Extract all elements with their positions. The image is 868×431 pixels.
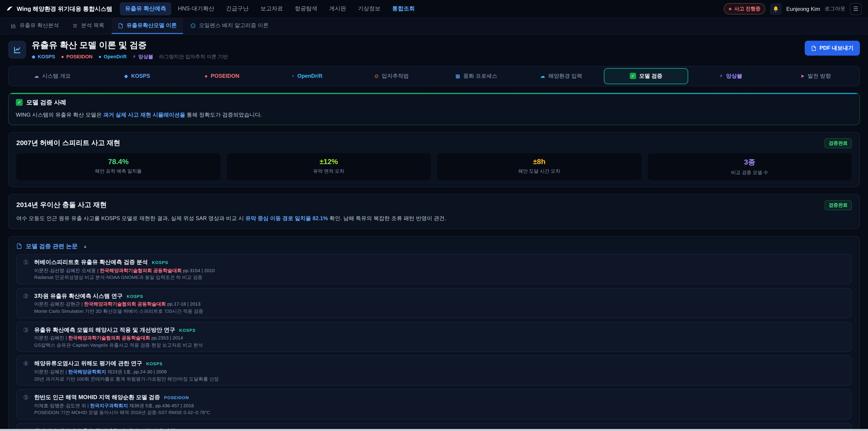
paper-row[interactable]: ① 허베이스피리트호 유출유 확산예측 검증 분석KOSPS 이문진·김선영·김… <box>16 254 852 284</box>
callout-title: 모델 검증 사례 <box>26 98 66 107</box>
validation-callout: ✓ 모델 검증 사례 WING 시스템의 유출유 확산 모델은 과거 실제 사고… <box>8 93 860 125</box>
venue-link[interactable]: 한국해양과학기술협의회 공동학술대회 <box>68 335 150 340</box>
stat-arrival-time-error: ±8h 해안 도달 시간 오차 <box>437 153 641 180</box>
page-subtitle: 라그랑지안 입자추적 이론 기반 <box>159 53 228 60</box>
check-icon: ✓ <box>630 73 636 79</box>
opendrift-badge: ● OpenDrift <box>98 54 127 59</box>
paper-description: POSEIDON 기반 MOHID 모델 동아시아 해역 2016년 검증·SS… <box>34 410 210 415</box>
tab-analysis-list[interactable]: 분석 목록 <box>66 18 111 34</box>
incident-status-badge[interactable]: 사고 진행중 <box>724 3 765 14</box>
circle-icon: ◔ <box>291 73 294 79</box>
bolt-icon: ⚡ <box>719 73 723 79</box>
hamburger-icon: ☰ <box>853 5 858 12</box>
app-logo[interactable]: Wing 해양환경 위기대응 통합시스템 <box>6 5 112 13</box>
bolt-icon: ⚡ <box>132 54 136 60</box>
papers-header: 모델 검증 관련 논문 ▲ <box>16 242 852 250</box>
paper-title: 유출유 확산예측 모델의 해양사고 적용 및 개선방안 연구 <box>34 327 175 333</box>
bottom-page-edge <box>0 429 868 431</box>
tab-oil-fence-theory[interactable]: 오일펜스 배치 알고리즘 이론 <box>184 18 275 34</box>
tab-spill-model-theory[interactable]: 유출유확산모델 이론 <box>112 18 183 34</box>
top-navbar: Wing 해양환경 위기대응 통합시스템 유출유 확산예측 HNS·대기확산 긴… <box>0 0 868 18</box>
case-card-wuyisan: 2014년 우이산 충돌 사고 재현 검증완료 여수 오동도 인근 원유 유출 … <box>8 194 860 229</box>
paper-row[interactable]: ⑤ 한반도 인근 해역 MOHID 지역 해양순환 모델 검증POSEIDON … <box>16 389 852 420</box>
venue-link[interactable]: 한국지구과학회지 <box>90 403 128 408</box>
tab-label: 오일펜스 배치 알고리즘 이론 <box>199 22 269 29</box>
section-tab-poseidon[interactable]: ● POSEIDON <box>180 68 264 84</box>
case-card-hebei-spirit: 2007년 허베이 스피리트 사고 재현 검증완료 78.4% 해안 표착 예측… <box>8 132 860 187</box>
model-chart-icon <box>13 45 22 54</box>
section-tabs: ☁ 시스템 개요 ◆ KOSPS ● POSEIDON ◔ OpenDrift … <box>8 66 860 86</box>
notification-bell-button[interactable] <box>770 3 782 15</box>
incident-status-label: 사고 진행중 <box>734 5 761 12</box>
case-title: 2014년 우이산 충돌 사고 재현 <box>16 201 107 210</box>
document-icon <box>118 23 123 28</box>
cloud-icon: ☁ <box>34 73 39 79</box>
stat-slick-area-error: ±12% 유막 면적 오차 <box>227 153 431 180</box>
paper-number: ① <box>23 258 29 280</box>
hamburger-menu-button[interactable]: ☰ <box>850 3 862 15</box>
paper-title: 해양유류오염사고 위해도 평가에 관한 연구 <box>34 361 142 367</box>
paper-row[interactable]: ④ 해양유류오염사고 위해도 평가에 관한 연구KOSPS 이문진·김혜진 | … <box>16 356 852 386</box>
paper-title: 허베이스피리트호 유출유 확산예측 검증 분석 <box>34 259 148 265</box>
nav-item-board[interactable]: 게시판 <box>324 2 351 16</box>
nav-item-aerial-search[interactable]: 항공탐색 <box>289 2 323 16</box>
app-title: Wing 해양환경 위기대응 통합시스템 <box>17 5 112 13</box>
section-tab-kosps[interactable]: ◆ KOSPS <box>95 68 179 84</box>
page-title: 유출유 확산 모델 이론 및 검증 <box>32 41 228 50</box>
venue-link[interactable]: 한국해양공학회지 <box>68 369 106 374</box>
paper-description: 20년 과거자료 기반 100회 몬테카를로 통계 위험평가·가로림만 해안/어… <box>34 376 219 381</box>
info-circle-icon <box>190 23 196 28</box>
collapse-triangle-icon[interactable]: ▲ <box>83 244 87 249</box>
paper-description: Radarsat 인공위성영상 비교 분석·NOAA GNOME과 동일 입력조… <box>34 274 215 280</box>
document-icon <box>16 243 22 249</box>
section-tab-opendrift[interactable]: ◔ OpenDrift <box>265 68 349 84</box>
paper-row[interactable]: ② 3차원 유출유 확산예측 시스템 연구KOSPS 이문진·김혜진·강현근 |… <box>16 288 852 318</box>
app-root: Wing 해양환경 위기대응 통합시스템 유출유 확산예측 HNS·대기확산 긴… <box>0 0 868 431</box>
section-tab-weathering-process[interactable]: ▦ 풍화 프로세스 <box>434 68 518 84</box>
dot-icon: ● <box>205 73 208 79</box>
nav-item-oil-spill-prediction[interactable]: 유출유 확산예측 <box>120 2 172 16</box>
pdf-export-button[interactable]: PDF 내보내기 <box>804 41 860 56</box>
section-tab-system-overview[interactable]: ☁ 시스템 개요 <box>10 68 94 84</box>
paper-meta: 이재호·임병준·김도연 외 | 한국지구과학회지 제39권 5호, pp.436… <box>34 403 210 408</box>
cloud-icon: ☁ <box>540 73 545 79</box>
page-header: 유출유 확산 모델 이론 및 검증 ◆ KOSPS ● POSEIDON ● O <box>8 41 860 60</box>
stat-model-count: 3종 비교 검증 모델 수 <box>648 153 852 180</box>
model-badge: KOSPS <box>146 361 163 366</box>
nav-item-hns-dispersion[interactable]: HNS·대기확산 <box>173 2 220 16</box>
model-badge: KOSPS <box>179 328 196 333</box>
callout-body: WING 시스템의 유출유 확산 모델은 과거 실제 사고 재현 시뮬레이션을 … <box>16 111 852 119</box>
paper-number: ② <box>23 291 29 314</box>
case-title: 2007년 허베이 스피리트 사고 재현 <box>16 139 120 148</box>
page-icon <box>8 41 26 59</box>
diamond-icon: ◆ <box>32 54 35 60</box>
grid-icon: ▦ <box>456 73 460 79</box>
section-tab-ensemble[interactable]: ⚡ 앙상블 <box>689 68 773 84</box>
rocket-icon: ➤ <box>800 73 804 79</box>
paper-meta: 이문진·김혜진 | 한국해양공학회지 제23권 1호, pp.24-30 | 2… <box>34 369 219 374</box>
nav-item-emergency-rescue[interactable]: 긴급구난 <box>221 2 254 16</box>
logout-link[interactable]: 로그아웃 <box>825 5 845 12</box>
section-tab-model-validation[interactable]: ✓ 모델 검증 <box>604 68 688 84</box>
nav-item-reports[interactable]: 보고자료 <box>255 2 288 16</box>
paper-description: GS칼텍스 송유관·Captain Vangelis 유출사고 적용 검증·현장… <box>34 342 203 348</box>
simulation-link[interactable]: 과거 실제 사고 재현 시뮬레이션을 <box>103 112 185 118</box>
paper-row[interactable]: ③ 유출유 확산예측 모델의 해양사고 적용 및 개선방안 연구KOSPS 이문… <box>16 321 852 352</box>
venue-link[interactable]: 한국해양과학기술협의회 공동학술대회 <box>84 301 166 307</box>
match-rate-highlight: 유막 중심 이동 경로 일치율 82.1% <box>245 215 328 221</box>
dot-icon: ● <box>98 54 101 59</box>
tab-spill-analysis[interactable]: 유출유 확산분석 <box>4 18 65 34</box>
wing-logo-icon <box>6 5 13 12</box>
ensemble-badge: ⚡ 앙상블 <box>132 53 153 60</box>
venue-link[interactable]: 한국해양과학기술협의회 공동학술대회 <box>100 267 182 273</box>
nav-item-integrated-search[interactable]: 통합조회 <box>387 2 420 16</box>
paper-title: 한반도 인근 해역 MOHID 지역 해양순환 모델 검증 <box>34 394 160 400</box>
papers-card: 모델 검증 관련 논문 ▲ ① 허베이스피리트호 유출유 확산예측 검증 분석K… <box>8 236 860 431</box>
paper-meta: 이문진·김혜진 | 한국해양과학기술협의회 공동학술대회 pp.2353 | 2… <box>34 335 203 341</box>
section-tab-particle-tracking[interactable]: ⊙ 입자추적법 <box>350 68 434 84</box>
section-tab-ocean-env-input[interactable]: ☁ 해양환경 입력 <box>519 68 603 84</box>
nav-item-weather[interactable]: 기상정보 <box>352 2 386 16</box>
model-badge: KOSPS <box>127 294 143 299</box>
section-tab-future-direction[interactable]: ➤ 발전 방향 <box>774 68 858 84</box>
paper-number: ③ <box>23 325 29 348</box>
